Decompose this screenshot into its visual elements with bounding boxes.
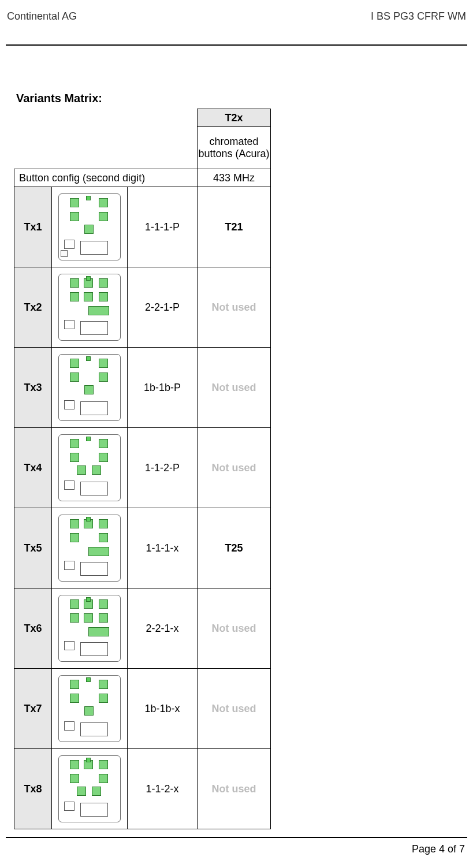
pcb-image bbox=[52, 749, 128, 829]
pcb-image bbox=[52, 588, 128, 669]
pcb-image bbox=[52, 267, 128, 348]
blank-corner bbox=[14, 109, 198, 127]
pcb-image bbox=[52, 508, 128, 588]
blank-corner-2 bbox=[14, 127, 198, 169]
pcb-schematic-icon bbox=[57, 433, 122, 502]
footer-divider bbox=[6, 837, 467, 838]
pcb-image bbox=[52, 348, 128, 428]
row-id: Tx8 bbox=[14, 749, 52, 829]
row-value: Not used bbox=[198, 588, 271, 669]
row-id: Tx4 bbox=[14, 428, 52, 508]
header: Continental AG I BS PG3 CFRF WM bbox=[6, 10, 467, 26]
row-code: 2-2-1-x bbox=[128, 588, 198, 669]
row-code: 1-1-2-P bbox=[128, 428, 198, 508]
table-row: Tx1 1-1-1-P T2 bbox=[14, 187, 271, 267]
table-row: Tx8 1-1-2 bbox=[14, 749, 271, 829]
pcb-schematic-icon bbox=[57, 513, 122, 583]
pcb-image bbox=[52, 187, 128, 267]
row-value: Not used bbox=[198, 669, 271, 749]
row-value: Not used bbox=[198, 749, 271, 829]
row-header-button-config: Button config (second digit) bbox=[14, 169, 198, 187]
table-row: Tx7 1b-1b-x Not used bbox=[14, 669, 271, 749]
pcb-image bbox=[52, 428, 128, 508]
table-row: Tx5 1-1-1-x T2 bbox=[14, 508, 271, 588]
row-value: T21 bbox=[198, 187, 271, 267]
footer-page: Page 4 of 7 bbox=[412, 843, 465, 855]
pcb-schematic-icon bbox=[57, 594, 122, 663]
table-row: Tx3 1b-1b-P Not used bbox=[14, 348, 271, 428]
row-code: 1-1-1-P bbox=[128, 187, 198, 267]
pcb-schematic-icon bbox=[57, 353, 122, 422]
table-row: Tx2 2-2-1 bbox=[14, 267, 271, 348]
header-right: I BS PG3 CFRF WM bbox=[371, 10, 466, 23]
row-value: Not used bbox=[198, 267, 271, 348]
row-code: 2-2-1-P bbox=[128, 267, 198, 348]
pcb-schematic-icon bbox=[57, 273, 122, 342]
row-id: Tx2 bbox=[14, 267, 52, 348]
variants-matrix-table: T2x chromated buttons (Acura) Button con… bbox=[14, 109, 271, 829]
row-id: Tx5 bbox=[14, 508, 52, 588]
header-left: Continental AG bbox=[7, 10, 77, 23]
row-id: Tx6 bbox=[14, 588, 52, 669]
table-row: Tx4 1-1-2-P No bbox=[14, 428, 271, 508]
col-header-t2x: T2x bbox=[198, 109, 271, 127]
section-title: Variants Matrix: bbox=[16, 92, 467, 105]
pcb-image bbox=[52, 669, 128, 749]
row-code: 1b-1b-P bbox=[128, 348, 198, 428]
row-id: Tx1 bbox=[14, 187, 52, 267]
row-value: T25 bbox=[198, 508, 271, 588]
content: Variants Matrix: T2x chromated buttons (… bbox=[6, 46, 467, 829]
pcb-schematic-icon bbox=[57, 674, 122, 743]
row-value: Not used bbox=[198, 348, 271, 428]
page: Continental AG I BS PG3 CFRF WM Variants… bbox=[0, 0, 473, 868]
pcb-schematic-icon bbox=[57, 192, 122, 262]
row-id: Tx7 bbox=[14, 669, 52, 749]
row-id: Tx3 bbox=[14, 348, 52, 428]
row-value: Not used bbox=[198, 428, 271, 508]
pcb-schematic-icon bbox=[57, 754, 122, 824]
row-code: 1-1-2-x bbox=[128, 749, 198, 829]
row-code: 1b-1b-x bbox=[128, 669, 198, 749]
col-subheader-freq: 433 MHz bbox=[198, 169, 271, 187]
table-row: Tx6 2-2-1 bbox=[14, 588, 271, 669]
row-code: 1-1-1-x bbox=[128, 508, 198, 588]
col-subheader-buttons: chromated buttons (Acura) bbox=[198, 127, 271, 169]
